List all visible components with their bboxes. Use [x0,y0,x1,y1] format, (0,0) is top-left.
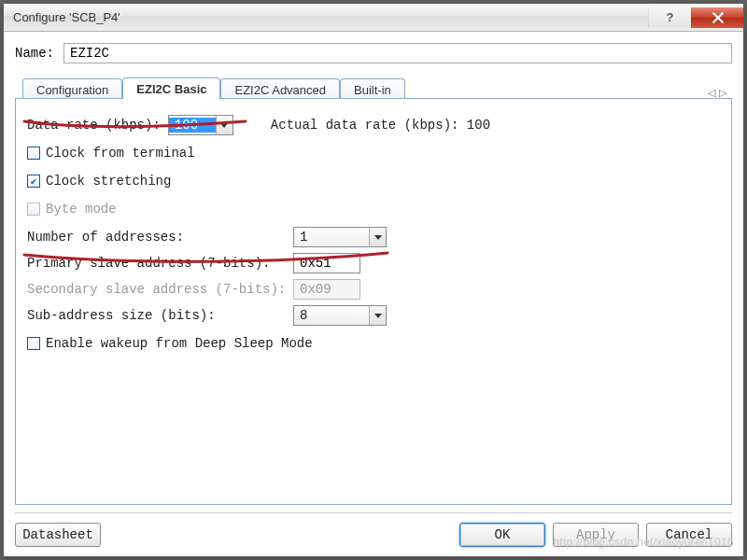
cancel-button[interactable]: Cancel [646,523,732,547]
help-icon: ? [667,10,674,24]
dialog-window: Configure 'SCB_P4' ? Name: Configuration… [3,3,744,557]
deep-sleep-row: Enable wakeup from Deep Sleep Mode [27,330,720,357]
close-icon [712,12,724,23]
name-row: Name: [15,43,732,63]
deep-sleep-label: Enable wakeup from Deep Sleep Mode [46,336,313,351]
chevron-down-icon [216,116,233,134]
data-rate-row: Data rate (kbps): 100 Actual data rate (… [27,112,720,138]
primary-address-input[interactable] [293,253,360,273]
data-rate-value: 100 [169,118,216,133]
byte-mode-label: Byte mode [46,202,117,217]
dialog-body: Name: Configuration EZI2C Basic EZI2C Ad… [4,32,743,556]
buttonbar: Datasheet OK Apply Cancel [15,512,732,547]
clock-from-terminal-checkbox[interactable] [27,147,40,160]
titlebar: Configure 'SCB_P4' ? [4,4,743,32]
subaddress-size-label: Sub-address size (bits): [27,308,293,323]
name-input[interactable] [63,43,732,63]
tab-configuration[interactable]: Configuration [22,78,122,100]
tab-built-in[interactable]: Built-in [340,78,405,100]
primary-address-label: Primary slave address (7-bits): [27,256,293,271]
tabpage-ezi2c-basic: Data rate (kbps): 100 Actual data rate (… [15,99,732,505]
subaddress-size-combo[interactable]: 8 [293,305,387,326]
actual-data-rate-label: Actual data rate (kbps): 100 [271,118,490,133]
num-addresses-label: Number of addresses: [27,230,293,245]
tabstrip: Configuration EZI2C Basic EZI2C Advanced… [15,77,732,99]
num-addresses-combo[interactable]: 1 [293,227,387,247]
close-button[interactable] [691,7,743,28]
num-addresses-value: 1 [294,230,369,245]
ok-button[interactable]: OK [459,523,545,547]
data-rate-label: Data rate (kbps): [27,118,161,133]
tab-ezi2c-advanced[interactable]: EZI2C Advanced [220,78,340,100]
subaddress-size-value: 8 [294,308,369,323]
tabstrip-scroll-left-icon[interactable]: ◁ [708,87,715,99]
chevron-down-icon [369,306,386,325]
tab-ezi2c-basic[interactable]: EZI2C Basic [122,77,220,100]
clock-from-terminal-label: Clock from terminal [46,146,195,161]
secondary-address-row: Secondary slave address (7-bits): [27,276,720,302]
name-label: Name: [15,46,54,61]
apply-button[interactable]: Apply [553,523,639,547]
byte-mode-row: Byte mode [27,196,720,222]
num-addresses-row: Number of addresses: 1 [27,224,720,250]
secondary-address-input [293,279,360,300]
chevron-down-icon [369,228,386,246]
subaddress-size-row: Sub-address size (bits): 8 [27,302,720,329]
clock-from-terminal-row: Clock from terminal [27,140,720,166]
datasheet-button[interactable]: Datasheet [15,523,101,547]
clock-stretching-label: Clock stretching [46,174,171,189]
deep-sleep-checkbox[interactable] [27,337,40,350]
window-title: Configure 'SCB_P4' [13,10,120,24]
help-button[interactable]: ? [648,7,691,28]
data-rate-combo[interactable]: 100 [168,115,233,135]
primary-address-row: Primary slave address (7-bits): [27,250,720,276]
tabstrip-scroll: ◁ ▷ [708,87,732,99]
byte-mode-checkbox [27,203,40,216]
secondary-address-label: Secondary slave address (7-bits): [27,282,293,297]
clock-stretching-row: Clock stretching [27,168,720,194]
clock-stretching-checkbox[interactable] [27,175,40,188]
tabstrip-scroll-right-icon[interactable]: ▷ [719,87,726,99]
